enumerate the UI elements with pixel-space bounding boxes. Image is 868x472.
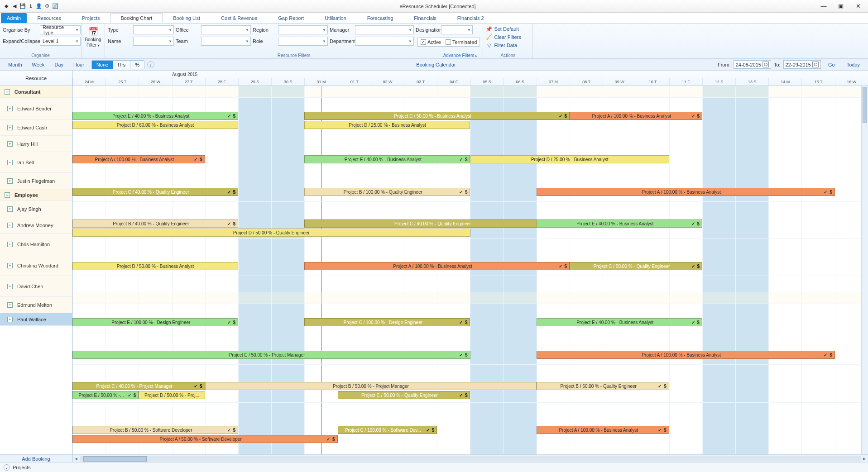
booking-bar[interactable]: Project C / 50.00 % - Business Analyst✓ … — [304, 112, 570, 120]
from-date-input[interactable]: 24-08-201515 — [734, 60, 771, 69]
go-button[interactable]: Go — [824, 61, 839, 69]
booking-bar[interactable]: Project A / 50.00 % - Software Developer… — [72, 435, 338, 443]
booking-bar[interactable]: Project E / 40.00 % - Business Analyst✓ … — [304, 155, 470, 163]
booking-bar[interactable]: Project C / 40.00 % - Project Manager✓ $ — [72, 382, 205, 390]
mode-percent[interactable]: % — [130, 61, 144, 69]
booking-bar[interactable]: Project E / 100.00 % - Design Engineer✓ … — [72, 318, 238, 326]
filter-department-dropdown[interactable]: ▼ — [355, 37, 414, 46]
tab-booking-list[interactable]: Booking List — [163, 13, 211, 23]
booking-filter-button[interactable]: 📅 Booking Filter ▾ — [84, 25, 102, 48]
close-button[interactable]: ✕ — [850, 1, 866, 11]
booking-bar[interactable]: Project D / 60.00 % - Business Analyst — [72, 121, 238, 129]
filter-region-dropdown[interactable]: ▼ — [278, 25, 328, 34]
booking-bar[interactable]: Project B / 50.00 % - Software Developer… — [72, 426, 238, 434]
add-booking-button[interactable]: Add Booking — [0, 455, 72, 462]
booking-bar[interactable]: Project E / 50.00 % - Project Manager✓ $ — [72, 351, 470, 359]
expand-icon[interactable] — [7, 242, 13, 247]
booking-bar[interactable]: Project E / 40.00 % - Business Analyst✓ … — [537, 318, 702, 326]
filter-manager-dropdown[interactable]: ▼ — [355, 25, 414, 34]
booking-bar[interactable]: Project A / 100.00 % - Business Analyst✓… — [537, 351, 835, 359]
booking-bar[interactable]: Project D / 50.00 % - Quality Engineer — [72, 229, 470, 237]
expand-icon[interactable] — [7, 284, 13, 289]
booking-bar[interactable]: Project E / 50.00 % -...✓ $ — [72, 391, 139, 399]
scale-hour[interactable]: Hour — [69, 61, 89, 69]
tab-utilisation[interactable]: Utilisation — [314, 13, 357, 23]
booking-bar[interactable]: Project C / 100.00 % - Software Dev...✓ … — [338, 426, 437, 434]
booking-bar[interactable]: Project D / 25.00 % - Business Analyst — [470, 155, 669, 163]
filter-data-action[interactable]: ▽Filter Data — [486, 41, 517, 49]
user-icon[interactable]: 👤 — [35, 3, 43, 10]
booking-bar[interactable]: Project D / 50.00 % - Proj... — [139, 391, 205, 399]
maximize-button[interactable]: ▣ — [833, 1, 849, 11]
booking-bar[interactable]: Project C / 40.00 % - Quality Engineer✓ … — [304, 219, 570, 228]
expand-collapse-dropdown[interactable]: Level 1▼ — [40, 37, 81, 46]
expand-icon[interactable] — [7, 302, 13, 308]
booking-bar[interactable]: Project A / 100.00 % - Business Analyst✓… — [537, 188, 835, 196]
scale-week[interactable]: Week — [28, 61, 49, 69]
booking-bar[interactable]: Project B / 50.00 % - Project Manager — [205, 382, 537, 390]
info-icon[interactable]: ℹ — [27, 3, 34, 10]
expand-icon[interactable] — [7, 223, 13, 228]
scale-day[interactable]: Day — [50, 61, 68, 69]
booking-bar[interactable]: Project B / 50.00 % - Quality Engineer✓ … — [537, 382, 669, 390]
expand-icon[interactable] — [7, 206, 13, 212]
refresh-icon[interactable]: 🔄 — [52, 3, 59, 10]
expand-icon[interactable] — [7, 160, 13, 165]
tab-financials[interactable]: Financials — [403, 13, 447, 23]
booking-bar[interactable]: Project A / 100.00 % - Business Analyst✓… — [304, 262, 570, 270]
expand-icon[interactable] — [7, 178, 13, 184]
mode-none[interactable]: None — [92, 61, 113, 69]
chevron-down-icon[interactable]: ⌄ — [4, 464, 10, 471]
tab-gap-report[interactable]: Gap Report — [268, 13, 314, 23]
tab-projects[interactable]: Projects — [72, 13, 110, 23]
expand-icon[interactable] — [7, 141, 13, 147]
filter-name-dropdown[interactable]: ▼ — [133, 37, 174, 46]
tab-booking-chart[interactable]: Booking Chart — [110, 13, 163, 23]
booking-bar[interactable]: Project A / 100.00 % - Business Analyst✓… — [72, 155, 205, 163]
booking-bar[interactable]: Project A / 100.00 % - Business Analyst✓… — [537, 426, 669, 434]
organise-by-dropdown[interactable]: Resource Type▼ — [40, 25, 81, 34]
booking-bar[interactable]: Project C / 50.00 % - Quality Engineer✓ … — [570, 262, 702, 270]
booking-bar[interactable]: Project B / 40.00 % - Quality Engineer✓ … — [72, 219, 238, 228]
active-checkbox[interactable]: ✓Active — [421, 39, 441, 45]
mode-hrs[interactable]: Hrs — [113, 61, 130, 69]
filter-office-dropdown[interactable]: ▼ — [201, 25, 251, 34]
to-date-input[interactable]: 22-09-201515 — [783, 60, 821, 69]
expand-icon[interactable] — [7, 263, 13, 268]
tab-cost-revenue[interactable]: Cost & Revenue — [211, 13, 268, 23]
booking-bar[interactable]: Project C / 100.00 % - Design Engineer✓ … — [304, 318, 470, 326]
collapse-icon[interactable] — [5, 192, 10, 198]
filter-designation-dropdown[interactable]: ▼ — [441, 25, 473, 34]
booking-bar[interactable]: Project C / 50.00 % - Quality Engineer✓ … — [338, 391, 470, 399]
tab-forecasting[interactable]: Forecasting — [357, 13, 403, 23]
tab-resources[interactable]: Resources — [27, 13, 72, 23]
horizontal-scrollbar[interactable]: ◄► — [72, 455, 868, 462]
clear-filters-action[interactable]: 🧹Clear Filters — [486, 33, 521, 41]
advance-filters-link[interactable]: Advance Filters ▸ — [443, 53, 478, 58]
filter-role-dropdown[interactable]: ▼ — [278, 37, 328, 46]
booking-bar[interactable]: Project A / 100.00 % - Business Analyst✓… — [570, 112, 702, 120]
tab-admin[interactable]: Admin — [1, 13, 27, 23]
expand-icon[interactable] — [7, 125, 13, 130]
minimize-button[interactable]: — — [815, 1, 832, 11]
filter-team-dropdown[interactable]: ▼ — [201, 37, 251, 46]
terminated-checkbox[interactable]: Terminated — [446, 39, 477, 45]
collapse-icon[interactable] — [5, 89, 10, 95]
save-icon[interactable]: 💾 — [19, 3, 26, 10]
filter-type-dropdown[interactable]: ▼ — [133, 25, 174, 34]
gear-icon[interactable]: ⚙ — [43, 3, 51, 10]
set-default-action[interactable]: 📌Set Default — [486, 25, 518, 33]
booking-bar[interactable]: Project D / 25.00 % - Business Analyst — [304, 121, 470, 129]
booking-bar[interactable]: Project C / 40.00 % - Quality Engineer✓ … — [72, 188, 238, 196]
chart-body[interactable]: Project E / 40.00 % - Business Analyst✓ … — [72, 86, 868, 454]
booking-bar[interactable]: Project E / 40.00 % - Business Analyst✓ … — [537, 219, 702, 228]
arrow-left-icon[interactable]: ◀ — [11, 3, 18, 10]
vertical-scrollbar[interactable] — [861, 86, 868, 454]
expand-icon[interactable] — [7, 317, 13, 322]
booking-bar[interactable]: Project D / 50.00 % - Business Analyst — [72, 262, 238, 270]
booking-bar[interactable]: Project B / 100.00 % - Quality Engineer✓… — [304, 188, 470, 196]
booking-bar[interactable]: Project E / 40.00 % - Business Analyst✓ … — [72, 112, 238, 120]
today-button[interactable]: Today — [842, 61, 864, 69]
expand-icon[interactable] — [7, 106, 13, 111]
tab-financials-2[interactable]: Financials 2 — [447, 13, 494, 23]
